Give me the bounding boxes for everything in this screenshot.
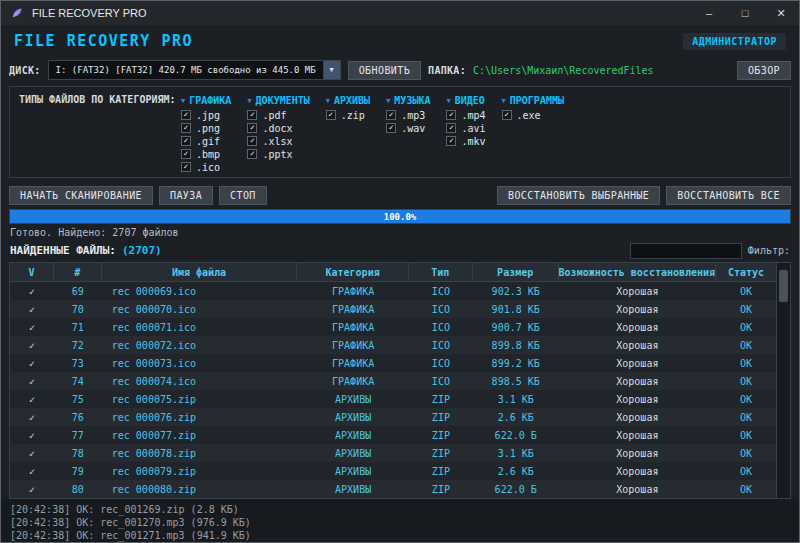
maximize-button[interactable]: □ <box>727 1 763 25</box>
checkbox-icon[interactable]: ✓ <box>247 123 257 133</box>
row-filename: rec_000069.ico <box>102 286 298 297</box>
row-recovery: Хорошая <box>559 430 717 441</box>
category-header[interactable]: ▼ ДОКУМЕНТЫ <box>247 94 309 107</box>
header-cell-status[interactable]: Статус <box>716 263 776 281</box>
extension-item[interactable]: ✓ .docx <box>247 122 309 134</box>
refresh-button[interactable]: ОБНОВИТЬ <box>348 61 421 80</box>
checkbox-icon[interactable]: ✓ <box>446 136 456 146</box>
checkbox-icon[interactable]: ✓ <box>181 110 191 120</box>
restore-selected-button[interactable]: ВОССТАНОВИТЬ ВЫБРАННЫЕ <box>497 186 660 205</box>
table-row[interactable]: ✓ 77 rec_000077.zip АРХИВЫ ZIP 622.0 Б Х… <box>10 426 776 444</box>
row-type: ICO <box>409 340 473 351</box>
extension-item[interactable]: ✓ .wav <box>386 122 430 134</box>
row-recovery: Хорошая <box>559 304 717 315</box>
row-check-icon[interactable]: ✓ <box>10 448 54 459</box>
collapse-arrow-icon: ▼ <box>446 97 450 105</box>
table-row[interactable]: ✓ 70 rec_000070.ico ГРАФИКА ICO 901.8 КБ… <box>10 300 776 318</box>
restore-all-button[interactable]: ВОССТАНОВИТЬ ВСЕ <box>666 186 791 205</box>
row-check-icon[interactable]: ✓ <box>10 358 54 369</box>
category-header[interactable]: ▼ ПРОГРАММЫ <box>502 94 564 107</box>
row-check-icon[interactable]: ✓ <box>10 394 54 405</box>
checkbox-icon[interactable]: ✓ <box>386 123 396 133</box>
pause-button[interactable]: ПАУЗА <box>159 186 213 205</box>
checkbox-icon[interactable]: ✓ <box>181 136 191 146</box>
header-cell-check[interactable]: V <box>10 263 54 281</box>
scrollbar-thumb[interactable] <box>779 270 788 302</box>
row-check-icon[interactable]: ✓ <box>10 466 54 477</box>
table-row[interactable]: ✓ 75 rec_000075.zip АРХИВЫ ZIP 3.1 КБ Хо… <box>10 390 776 408</box>
row-check-icon[interactable]: ✓ <box>10 340 54 351</box>
minimize-button[interactable]: – <box>691 1 727 25</box>
row-recovery: Хорошая <box>559 358 717 369</box>
extension-item[interactable]: ✓ .jpg <box>181 109 231 121</box>
checkbox-icon[interactable]: ✓ <box>446 123 456 133</box>
extension-item[interactable]: ✓ .exe <box>502 109 564 121</box>
checkbox-icon[interactable]: ✓ <box>181 162 191 172</box>
checkbox-icon[interactable]: ✓ <box>247 136 257 146</box>
extension-item[interactable]: ✓ .gif <box>181 135 231 147</box>
extension-item[interactable]: ✓ .mp3 <box>386 109 430 121</box>
extension-item[interactable]: ✓ .ico <box>181 161 231 173</box>
stop-button[interactable]: СТОП <box>219 186 267 205</box>
table-row[interactable]: ✓ 76 rec_000076.zip АРХИВЫ ZIP 2.6 КБ Хо… <box>10 408 776 426</box>
disk-select[interactable]: I: (FAT32) [FAT32] 420.7 МБ свободно из … <box>48 60 341 80</box>
file-table-main: V # Имя файла Категория Тип Размер Возмо… <box>10 263 776 498</box>
table-row[interactable]: ✓ 79 rec_000079.zip АРХИВЫ ZIP 2.6 КБ Хо… <box>10 462 776 480</box>
row-type: ZIP <box>409 412 473 423</box>
category-header[interactable]: ▼ АРХИВЫ <box>326 94 370 107</box>
row-check-icon[interactable]: ✓ <box>10 322 54 333</box>
extension-item[interactable]: ✓ .mkv <box>446 135 485 147</box>
row-check-icon[interactable]: ✓ <box>10 484 54 495</box>
extension-item[interactable]: ✓ .pdf <box>247 109 309 121</box>
category-header[interactable]: ▼ МУЗЫКА <box>386 94 430 107</box>
table-row[interactable]: ✓ 74 rec_000074.ico ГРАФИКА ICO 898.5 КБ… <box>10 372 776 390</box>
table-row[interactable]: ✓ 72 rec_000072.ico ГРАФИКА ICO 899.8 КБ… <box>10 336 776 354</box>
extension-item[interactable]: ✓ .png <box>181 122 231 134</box>
row-filename: rec_000075.zip <box>102 394 298 405</box>
table-row[interactable]: ✓ 69 rec_000069.ico ГРАФИКА ICO 902.3 КБ… <box>10 282 776 300</box>
checkbox-icon[interactable]: ✓ <box>502 110 512 120</box>
extension-item[interactable]: ✓ .xlsx <box>247 135 309 147</box>
table-row[interactable]: ✓ 78 rec_000078.zip АРХИВЫ ZIP 3.1 КБ Хо… <box>10 444 776 462</box>
row-filename: rec_000080.zip <box>102 484 298 495</box>
extension-item[interactable]: ✓ .avi <box>446 122 485 134</box>
table-row[interactable]: ✓ 80 rec_000080.zip АРХИВЫ ZIP 622.0 Б Х… <box>10 480 776 498</box>
category-name: ГРАФИКА <box>189 95 231 106</box>
row-filename: rec_000079.zip <box>102 466 298 477</box>
checkbox-icon[interactable]: ✓ <box>181 149 191 159</box>
checkbox-icon[interactable]: ✓ <box>247 110 257 120</box>
extension-item[interactable]: ✓ .mp4 <box>446 109 485 121</box>
row-check-icon[interactable]: ✓ <box>10 376 54 387</box>
checkbox-icon[interactable]: ✓ <box>181 123 191 133</box>
header-cell-number[interactable]: # <box>54 263 102 281</box>
row-size: 899.2 КБ <box>473 358 559 369</box>
extension-item[interactable]: ✓ .pptx <box>247 148 309 160</box>
chevron-down-icon[interactable]: ▼ <box>323 61 340 79</box>
checkbox-icon[interactable]: ✓ <box>446 110 456 120</box>
header-cell-category[interactable]: Категория <box>297 263 409 281</box>
header-cell-size[interactable]: Размер <box>473 263 559 281</box>
extension-item[interactable]: ✓ .zip <box>326 109 370 121</box>
extension-item[interactable]: ✓ .bmp <box>181 148 231 160</box>
filter-input[interactable] <box>630 243 742 259</box>
file-type-category: ▼ ВИДЕО ✓ .mp4 ✓ .avi <box>446 94 485 147</box>
row-check-icon[interactable]: ✓ <box>10 286 54 297</box>
header-cell-filename[interactable]: Имя файла <box>102 263 297 281</box>
table-scrollbar[interactable] <box>776 263 790 498</box>
checkbox-icon[interactable]: ✓ <box>326 110 336 120</box>
browse-button[interactable]: ОБЗОР <box>737 61 791 80</box>
checkbox-icon[interactable]: ✓ <box>247 149 257 159</box>
start-scan-button[interactable]: НАЧАТЬ СКАНИРОВАНИЕ <box>9 186 153 205</box>
table-row[interactable]: ✓ 71 rec_000071.ico ГРАФИКА ICO 900.7 КБ… <box>10 318 776 336</box>
checkbox-icon[interactable]: ✓ <box>386 110 396 120</box>
row-check-icon[interactable]: ✓ <box>10 304 54 315</box>
close-button[interactable]: ✕ <box>763 1 799 25</box>
category-header[interactable]: ▼ ГРАФИКА <box>181 94 231 107</box>
header-cell-recovery[interactable]: Возможность восстановления <box>559 263 717 281</box>
row-recovery: Хорошая <box>559 376 717 387</box>
header-cell-type[interactable]: Тип <box>409 263 473 281</box>
row-check-icon[interactable]: ✓ <box>10 412 54 423</box>
category-header[interactable]: ▼ ВИДЕО <box>446 94 485 107</box>
row-check-icon[interactable]: ✓ <box>10 430 54 441</box>
table-row[interactable]: ✓ 73 rec_000073.ico ГРАФИКА ICO 899.2 КБ… <box>10 354 776 372</box>
